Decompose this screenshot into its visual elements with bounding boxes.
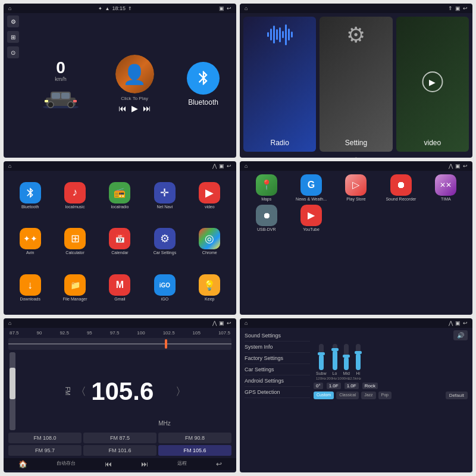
- back-icon-5[interactable]: ↩: [227, 320, 231, 326]
- app-label-filemanager: File Manager: [63, 297, 87, 301]
- nav-next[interactable]: ⏭: [141, 460, 148, 468]
- preset-pop[interactable]: Pop: [378, 392, 392, 399]
- fm-preset-95.7[interactable]: FM 95.7: [8, 445, 82, 456]
- app-avin[interactable]: ✦✦ Avin: [10, 220, 51, 263]
- app-youtube[interactable]: ▶ YouTube: [290, 205, 331, 231]
- app-news[interactable]: G News & Weath...: [290, 174, 331, 201]
- subw-thumb: [318, 352, 325, 355]
- app-soundrecorder[interactable]: ⏺ Sound Recorder: [380, 174, 421, 201]
- home-icon-5[interactable]: ⌂: [8, 320, 11, 326]
- nav-remote[interactable]: 远程: [177, 460, 187, 468]
- back-icon[interactable]: ↩: [227, 5, 231, 11]
- freq-right-arrow[interactable]: 〉: [176, 384, 186, 399]
- window-icon-3[interactable]: ▣: [219, 163, 224, 169]
- val-1f-2: 1.0F: [345, 383, 359, 389]
- panel-apps-2: ⌂ ⋀ ▣ ↩ 📍 Maps G News & Weath... ▷ Play …: [240, 161, 472, 315]
- fm-preset-87.5[interactable]: FM 87.5: [83, 433, 156, 443]
- video-card[interactable]: ▶ video: [396, 17, 469, 152]
- grid-sidebar-icon[interactable]: ⊞: [7, 31, 19, 43]
- app-keep[interactable]: 💡 Keep: [189, 267, 230, 309]
- app-igo[interactable]: iGO iGO: [144, 267, 185, 309]
- home-icon-4[interactable]: ⌂: [245, 163, 248, 169]
- app-calendar[interactable]: 📅 Calendar: [99, 220, 140, 263]
- bluetooth-icon[interactable]: [187, 62, 220, 95]
- app-video[interactable]: ▶ video: [189, 174, 230, 217]
- prev-button[interactable]: ⏮: [118, 104, 127, 113]
- app-netnavi[interactable]: ✛ Net Navi: [144, 174, 185, 217]
- factory-label: Factory Settings: [245, 355, 298, 361]
- default-button[interactable]: Default: [446, 392, 468, 399]
- back-icon-3[interactable]: ↩: [227, 163, 231, 169]
- settings-list: Sound Settings System Info Factory Setti…: [245, 330, 310, 399]
- app-bluetooth[interactable]: Bluetooth: [10, 174, 51, 217]
- back-icon-2[interactable]: ↩: [463, 5, 468, 11]
- app-downloads[interactable]: ↓ Downloads: [10, 267, 51, 309]
- app-chrome[interactable]: ◎ Chrome: [189, 220, 230, 263]
- home-icon[interactable]: ⌂: [8, 5, 11, 11]
- settings-car[interactable]: Car Settings: [245, 364, 310, 375]
- bluetooth-app-icon: [20, 182, 41, 203]
- nav-auto[interactable]: 自动存台: [57, 460, 76, 468]
- app-tima[interactable]: ✕✕ TIMA: [425, 174, 466, 201]
- subw-track[interactable]: [319, 344, 324, 370]
- window-icon-2[interactable]: ▣: [455, 5, 461, 11]
- nav-next-icon: ⏭: [141, 460, 148, 468]
- app-playstore[interactable]: ▷ Play Store: [336, 174, 377, 201]
- window-icon-5[interactable]: ▣: [219, 320, 224, 326]
- app-localmusic[interactable]: ♪ localmusic: [54, 174, 95, 217]
- app-label-localradio: localradio: [111, 205, 129, 209]
- app-calculator[interactable]: ⊞ Calculator: [54, 220, 95, 263]
- radio-card[interactable]: Radio: [243, 17, 316, 152]
- settings-android[interactable]: Android Settings: [245, 375, 310, 387]
- mid-track[interactable]: [344, 344, 349, 370]
- freq-left-arrow[interactable]: 〈: [76, 384, 86, 399]
- back-icon-4[interactable]: ↩: [463, 163, 468, 169]
- volume-button[interactable]: 🔊: [453, 330, 468, 340]
- app-localradio[interactable]: 📻 localradio: [99, 174, 140, 217]
- settings-gps[interactable]: GPS Detection: [245, 387, 310, 398]
- window-icon-4[interactable]: ▣: [455, 163, 461, 169]
- back-icon-6[interactable]: ↩: [463, 320, 468, 326]
- mid-thumb: [343, 355, 350, 358]
- lo-track[interactable]: [333, 344, 337, 370]
- fm-preset-90.8[interactable]: FM 90.8: [158, 433, 231, 443]
- freq-slider[interactable]: [8, 338, 231, 350]
- fm-preset-105.6[interactable]: FM 105.6: [158, 445, 231, 456]
- nav-home[interactable]: 🏠: [18, 460, 27, 468]
- preset-classical[interactable]: Classical: [336, 392, 359, 399]
- mid-fill: [344, 357, 349, 370]
- wave-bar-3: [273, 26, 275, 43]
- next-button[interactable]: ⏭: [143, 104, 151, 113]
- window-icon-6[interactable]: ▣: [455, 320, 461, 326]
- hi-track[interactable]: [356, 344, 361, 370]
- app-label-bluetooth: Bluetooth: [21, 205, 39, 209]
- fm-preset-101.6[interactable]: FM 101.6: [83, 445, 156, 456]
- freq-12500hz: 12.5kHz: [348, 377, 353, 380]
- preset-jazz[interactable]: Jazz: [361, 392, 375, 399]
- volume-slider-left[interactable]: [8, 352, 17, 430]
- app-gmail[interactable]: M Gmail: [99, 267, 140, 309]
- home-icon-3[interactable]: ⌂: [8, 163, 11, 169]
- navi-sidebar-icon[interactable]: ⊙: [7, 46, 19, 58]
- home-icon-6[interactable]: ⌂: [245, 320, 248, 326]
- home-icon-2[interactable]: ⌂: [245, 5, 248, 11]
- settings-sound[interactable]: Sound Settings: [245, 330, 310, 342]
- settings-sysinfo[interactable]: System Info: [245, 342, 310, 353]
- window-icon[interactable]: ▣: [219, 5, 224, 11]
- settings-sidebar-icon[interactable]: ⚙: [7, 15, 19, 27]
- app-filemanager[interactable]: 📁 File Manager: [54, 267, 95, 309]
- app-usbdvr[interactable]: ⏺ USB-DVR: [246, 205, 287, 231]
- app-carsettings[interactable]: ⚙ Car Settings: [144, 220, 185, 263]
- nav-prev[interactable]: ⏮: [105, 460, 112, 468]
- apps-grid-container: Bluetooth ♪ localmusic 📻 localradio ✛ Ne…: [4, 171, 236, 313]
- fm-preset-108[interactable]: FM 108.0: [8, 433, 82, 443]
- preset-custom[interactable]: Custom: [314, 392, 334, 399]
- app-maps[interactable]: 📍 Maps: [246, 174, 287, 201]
- wave-bar-5: [279, 27, 281, 42]
- settings-factory[interactable]: Factory Settings: [245, 353, 310, 364]
- click-to-play-label[interactable]: Click To Play: [121, 96, 148, 101]
- svg-rect-4: [61, 93, 70, 99]
- play-button[interactable]: ▶: [131, 104, 138, 113]
- setting-card[interactable]: ⚙ Setting: [320, 17, 392, 152]
- nav-back[interactable]: ↩: [216, 460, 222, 468]
